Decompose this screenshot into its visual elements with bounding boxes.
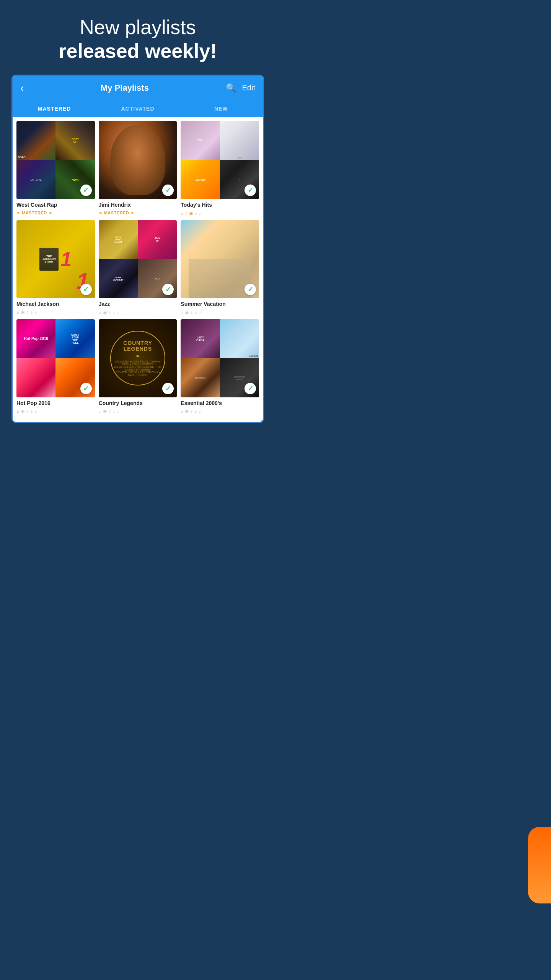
laurel-left-icon: ❧ [16, 210, 20, 216]
jimi-hendrix-cover: ✓ [99, 121, 177, 199]
west-coast-rap-name: West Coast Rap [16, 201, 95, 208]
mj-status: ♪ ◉ ♪ ♪ ♪ [16, 309, 95, 315]
essential-headphone-icon: ◉ [185, 408, 189, 414]
todays-hits-name: Today's Hits [181, 201, 259, 208]
note-4-icon: ♪ [199, 210, 201, 216]
hotpop-headphone-icon: ◉ [21, 408, 24, 414]
jazz-name: Jazz [99, 301, 177, 307]
mj-headphone-icon: ◉ [21, 309, 24, 315]
essential-note-3-icon: ♪ [194, 408, 197, 414]
note-2-icon: ♪ [185, 210, 187, 216]
hotpop-note-icon: ♪ [16, 408, 19, 414]
back-button[interactable]: ‹ [20, 82, 24, 94]
country-note-1-icon: ♪ [99, 408, 101, 414]
summer-note-1-icon: ♪ [181, 309, 183, 315]
tab-bar: MASTERED ACTIVATED NEW [13, 100, 263, 117]
mj-check: ✓ [80, 284, 92, 295]
jimi-hendrix-status: ❧ MASTERED ❧ [99, 210, 177, 216]
summer-note-3-icon: ♪ [194, 309, 197, 315]
playlist-item-jazz[interactable]: ETTAJAMESat last! AMYW TONYBENNETT JAZZ … [99, 220, 177, 315]
summer-cover: ✓ [181, 220, 259, 299]
country-cover: COUNTRYLEGENDS ❧ INCLUDES SONGS FROM: JO… [99, 319, 177, 398]
phone-frame: ‹ My Playlists 🔍 Edit MASTERED ACTIVATED… [11, 75, 264, 423]
playlist-item-hot-pop-2016[interactable]: Hot Pop 2016 CAN'TSTOPTHEFEEL ✓ Hot Pop … [16, 319, 95, 415]
playlist-item-todays-hits[interactable]: T.S. SIA LMFAO ♪ ✓ Today's Hi [181, 121, 259, 216]
playlist-item-michael-jackson[interactable]: THEJACKSONSTORY 1 ✓ Michael Jackson ♪ ◉ … [16, 220, 95, 315]
jazz-headphone-icon: ◉ [103, 310, 107, 315]
playlist-item-west-coast-rap[interactable]: 2PAC BESTOF DR. DRE NWA ✓ Wes [16, 121, 95, 216]
hotpop-status: ♪ ◉ ♪ ♪ ♪ [16, 408, 95, 414]
mj-name: Michael Jackson [16, 301, 95, 307]
mastered-label: MASTERED [22, 211, 47, 215]
jazz-note-2-icon: ♪ [108, 309, 111, 315]
essential-name: Essential 2000's [181, 400, 259, 407]
nav-actions: 🔍 Edit [226, 83, 255, 93]
jazz-note-4-icon: ♪ [117, 309, 119, 315]
mj-note-4-icon: ♪ [34, 309, 37, 315]
west-coast-rap-status: ❧ MASTERED ❧ [16, 210, 95, 216]
country-note-2-icon: ♪ [108, 408, 111, 414]
country-name: Country Legends [99, 400, 177, 407]
essential-check: ✓ [245, 383, 256, 394]
mastered-label-2: MASTERED [104, 211, 129, 215]
hotpop-note-2-icon: ♪ [26, 408, 29, 414]
playlist-grid: 2PAC BESTOF DR. DRE NWA ✓ Wes [13, 117, 263, 422]
hotpop-note-4-icon: ♪ [34, 408, 37, 414]
todays-hits-status: ♪ ♪ ◉ ♪ ♪ [181, 210, 259, 216]
hotpop-check: ✓ [80, 383, 92, 394]
summer-name: Summer Vacation [181, 301, 259, 307]
todays-hits-cover: T.S. SIA LMFAO ♪ ✓ [181, 121, 259, 199]
header-section: New playlists released weekly! [0, 0, 276, 75]
edit-button[interactable]: Edit [242, 83, 255, 92]
jimi-hendrix-name: Jimi Hendrix [99, 201, 177, 208]
tab-activated[interactable]: ACTIVATED [96, 100, 179, 117]
jazz-status: ♪ ◉ ♪ ♪ ♪ [99, 309, 177, 315]
tab-new[interactable]: NEW [179, 100, 263, 117]
playlist-item-essential-2000s[interactable]: LADYGAGA USHER BEYONCÉ [181, 319, 259, 415]
essential-cover: LADYGAGA USHER BEYONCÉ [181, 319, 259, 398]
laurel-right-icon: ❧ [49, 210, 52, 216]
mj-note-2-icon: ♪ [26, 309, 29, 315]
playlist-item-country-legends[interactable]: COUNTRYLEGENDS ❧ INCLUDES SONGS FROM: JO… [99, 319, 177, 415]
nav-bar: ‹ My Playlists 🔍 Edit [13, 76, 263, 100]
laurel-left-icon: ❧ [99, 210, 103, 216]
summer-note-2-icon: ♪ [190, 309, 193, 315]
note-1-icon: ♪ [181, 210, 183, 216]
essential-note-4-icon: ♪ [199, 408, 201, 414]
country-note-3-icon: ♪ [112, 408, 115, 414]
search-icon[interactable]: 🔍 [226, 83, 236, 93]
app-container: ‹ My Playlists 🔍 Edit MASTERED ACTIVATED… [0, 75, 276, 435]
note-3-icon: ♪ [194, 210, 197, 216]
hotpop-name: Hot Pop 2016 [16, 400, 95, 407]
hotpop-cover: Hot Pop 2016 CAN'TSTOPTHEFEEL ✓ [16, 319, 95, 398]
header-title: New playlists released weekly! [11, 15, 264, 63]
essential-note-2-icon: ♪ [190, 408, 193, 414]
essential-note-icon: ♪ [181, 408, 183, 414]
playlist-item-jimi-hendrix[interactable]: ✓ Jimi Hendrix ❧ MASTERED ❧ [99, 121, 177, 216]
country-note-4-icon: ♪ [117, 408, 119, 414]
hotpop-note-3-icon: ♪ [30, 408, 33, 414]
country-headphone-icon: ◉ [103, 408, 107, 414]
headphone-icon: ◉ [189, 211, 193, 216]
laurel-right-icon: ❧ [130, 210, 134, 216]
west-coast-rap-check: ✓ [80, 185, 92, 196]
summer-status: ♪ ◉ ♪ ♪ ♪ [181, 309, 259, 315]
summer-headphone-icon: ◉ [185, 310, 189, 315]
mj-note-3-icon: ♪ [30, 309, 33, 315]
summer-note-4-icon: ♪ [199, 309, 201, 315]
tab-mastered[interactable]: MASTERED [13, 100, 96, 117]
nav-title: My Playlists [101, 83, 149, 93]
mj-cover: THEJACKSONSTORY 1 ✓ [16, 220, 95, 299]
jazz-note-icon: ♪ [99, 309, 101, 315]
playlist-item-summer-vacation[interactable]: ✓ Summer Vacation ♪ ◉ ♪ ♪ ♪ [181, 220, 259, 315]
jazz-note-3-icon: ♪ [112, 309, 115, 315]
jazz-cover: ETTAJAMESat last! AMYW TONYBENNETT JAZZ … [99, 220, 177, 299]
essential-status: ♪ ◉ ♪ ♪ ♪ [181, 408, 259, 414]
mj-note-icon: ♪ [16, 309, 19, 315]
west-coast-rap-cover: 2PAC BESTOF DR. DRE NWA ✓ [16, 121, 95, 199]
country-status: ♪ ◉ ♪ ♪ ♪ [99, 408, 177, 414]
